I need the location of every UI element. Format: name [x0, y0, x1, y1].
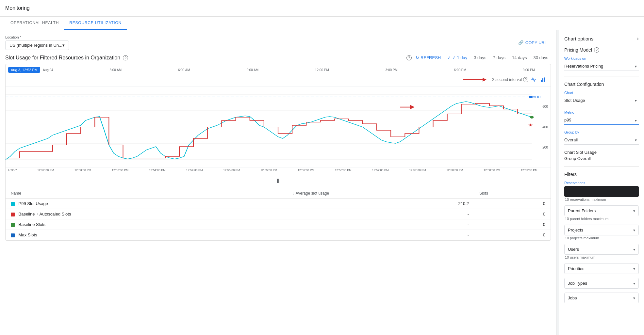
- toolbar: Location * US (multiple regions in Un...…: [5, 35, 551, 50]
- pause-btn-container: ⏸: [6, 174, 551, 188]
- refresh-label: REFRESH: [421, 55, 441, 60]
- projects-select[interactable]: Projects: [565, 225, 638, 235]
- main-layout: Location * US (multiple regions in Un...…: [0, 30, 644, 335]
- col-name: Name: [6, 188, 288, 199]
- red-arrow-svg: [462, 76, 488, 83]
- pricing-model-help-icon[interactable]: ?: [594, 47, 599, 53]
- group-by-label: Group by: [564, 130, 639, 134]
- time-btn-3days[interactable]: 3 days: [471, 54, 489, 61]
- time-axis-bottom: UTC-7 12:52:30 PM 12:53:00 PM 12:53:30 P…: [6, 168, 551, 174]
- svg-rect-3: [544, 77, 545, 82]
- time-btn-1day[interactable]: ✓ 1 day: [445, 54, 470, 61]
- data-table: Name ↓ Average slot usage Slots P99 Slot…: [6, 188, 551, 240]
- row-4-color-dot: [11, 233, 15, 237]
- refresh-button[interactable]: ↻ REFRESH: [416, 55, 441, 60]
- interval-label: 2 second interval: [492, 77, 522, 82]
- users-hint: 10 users maximum: [564, 255, 639, 259]
- interval-help-icon[interactable]: ?: [523, 77, 528, 82]
- chart-top-bar: 2 second interval ?: [6, 73, 551, 87]
- time-btn-30days[interactable]: 30 days: [531, 54, 551, 61]
- job-types-select[interactable]: Job Types: [565, 278, 638, 288]
- row-1-avg: 210.2: [288, 199, 474, 209]
- time-3am: 3:00 AM: [109, 68, 122, 72]
- bar-chart-icon-btn[interactable]: [539, 76, 547, 84]
- table-row: Baseline Slots - 0: [6, 219, 551, 230]
- time-9pm: 9:00 PM: [523, 68, 535, 72]
- metric-field: Metric p99: [564, 110, 639, 125]
- right-panel: Chart options › Pricing Model ? Workload…: [559, 30, 644, 335]
- row-3-slots: 0: [474, 219, 551, 230]
- filters-title: Filters: [564, 172, 639, 177]
- chart-title-text: Slot Usage for Filtered Resources in Org…: [5, 55, 120, 61]
- chart-title-help-icon[interactable]: ?: [123, 55, 128, 60]
- arrow-annotation: [462, 76, 488, 83]
- tab-resource-utilization[interactable]: RESOURCE UTILIZATION: [64, 17, 127, 30]
- col-avg-slot-usage[interactable]: ↓ Average slot usage: [288, 188, 474, 199]
- workloads-field: Workloads on Reservations Pricing: [564, 56, 639, 71]
- chart-select[interactable]: Slot Usage: [564, 96, 639, 105]
- row-3-name: Baseline Slots: [6, 219, 288, 230]
- users-select[interactable]: Users: [565, 244, 638, 254]
- location-value: US (multiple regions in Un...: [9, 43, 62, 48]
- row-2-color-dot: [11, 213, 15, 216]
- group-by-select[interactable]: Overall: [564, 136, 639, 145]
- bar-chart-icon: [540, 77, 545, 82]
- row-4-slots: 0: [474, 230, 551, 240]
- tab-operational-health[interactable]: OPERATIONAL HEALTH: [5, 17, 64, 30]
- row-4-avg: -: [288, 230, 474, 240]
- svg-text:★: ★: [528, 123, 533, 127]
- table-row: P99 Slot Usage 210.2 0: [6, 199, 551, 209]
- copy-url-button[interactable]: 🔗 COPY URL: [514, 38, 551, 47]
- row-2-avg: -: [288, 209, 474, 219]
- time-3pm: 3:00 PM: [386, 68, 398, 72]
- users-select-wrapper: Users: [564, 244, 639, 255]
- row-1-color-dot: [11, 202, 15, 206]
- time-9am: 9:00 AM: [246, 68, 258, 72]
- col-slots: Slots: [474, 188, 551, 199]
- workloads-select[interactable]: Reservations Pricing: [564, 62, 639, 71]
- date-label: Aug 04: [43, 68, 53, 72]
- jobs-select[interactable]: Jobs: [565, 293, 638, 303]
- date-badge: Aug 3, 12:52 PM: [8, 67, 40, 73]
- chart-container: Aug 3, 12:52 PM Aug 04 3:00 AM 6:00 AM 9…: [5, 64, 551, 241]
- refresh-icon: ↻: [416, 55, 419, 60]
- scrollbar-area[interactable]: [556, 30, 559, 335]
- table-row: Max Slots - 0: [6, 230, 551, 240]
- line-chart-icon-btn[interactable]: [530, 76, 537, 84]
- pause-button[interactable]: ⏸: [274, 176, 282, 186]
- panel-title: Chart options: [564, 36, 593, 41]
- chart-config-title: Chart Configuration: [564, 82, 639, 87]
- workloads-label: Workloads on: [564, 56, 639, 60]
- reservations-hint: 10 reservations maximum: [564, 198, 639, 201]
- panel-close-button[interactable]: ›: [637, 35, 639, 42]
- projects-hint: 10 projects maximum: [564, 236, 639, 240]
- row-1-slots: 0: [474, 199, 551, 209]
- chart-field: Chart Slot Usage: [564, 91, 639, 105]
- parent-folders-hint: 10 parent folders maximum: [564, 217, 639, 221]
- chevron-down-icon: ▾: [62, 43, 65, 48]
- row-1-name: P99 Slot Usage: [6, 199, 288, 209]
- location-dropdown[interactable]: US (multiple regions in Un... ▾: [5, 40, 69, 50]
- svg-rect-2: [542, 78, 543, 82]
- app-header: Monitoring: [0, 0, 644, 17]
- reservations-label: Reservations: [564, 181, 639, 185]
- svg-point-10: [529, 96, 533, 98]
- app-title: Monitoring: [5, 3, 639, 14]
- chart-controls-help-icon[interactable]: ?: [406, 55, 412, 60]
- pricing-model-title: Pricing Model ?: [564, 47, 639, 53]
- time-btn-7days[interactable]: 7 days: [490, 54, 508, 61]
- chart-select-wrapper: Slot Usage: [564, 96, 639, 105]
- job-types-select-wrapper: Job Types: [564, 278, 639, 289]
- time-btn-14days[interactable]: 14 days: [509, 54, 530, 61]
- metric-select[interactable]: p99: [564, 116, 639, 125]
- parent-folders-select[interactable]: Parent Folders: [565, 206, 638, 216]
- sort-icon: ↓: [293, 191, 295, 196]
- divider-1: [564, 76, 639, 76]
- svg-text:800: 800: [533, 95, 540, 99]
- reservations-input[interactable]: [564, 186, 639, 197]
- line-chart-icon: [531, 77, 536, 82]
- table-row: Baseline + Autoscaled Slots - 0: [6, 209, 551, 219]
- priorities-select[interactable]: Priorities: [565, 263, 638, 274]
- row-4-name: Max Slots: [6, 230, 288, 240]
- time-6am: 6:00 AM: [178, 68, 190, 72]
